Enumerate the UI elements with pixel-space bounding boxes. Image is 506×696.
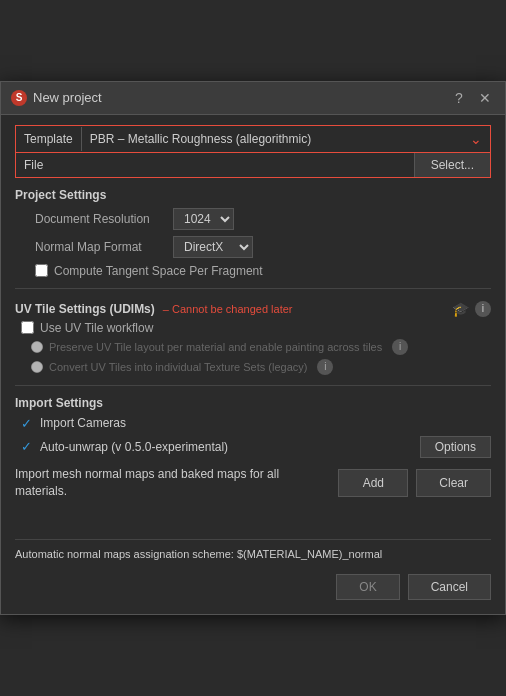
project-settings-title: Project Settings bbox=[15, 188, 491, 202]
normal-map-format-select[interactable]: DirectX OpenGL bbox=[173, 236, 253, 258]
compute-tangent-row: Compute Tangent Space Per Fragment bbox=[35, 264, 491, 278]
template-row: Template PBR – Metallic Roughness (alleg… bbox=[16, 126, 490, 152]
preserve-layout-info-icon[interactable]: i bbox=[392, 339, 408, 355]
template-select[interactable]: PBR – Metallic Roughness (allegorithmic) bbox=[82, 127, 462, 151]
bottom-area: Automatic normal maps assignation scheme… bbox=[15, 539, 491, 604]
clear-button[interactable]: Clear bbox=[416, 469, 491, 497]
cancel-button[interactable]: Cancel bbox=[408, 574, 491, 600]
import-mesh-row: Import mesh normal maps and baked maps f… bbox=[15, 466, 491, 500]
title-bar-left: S New project bbox=[11, 90, 102, 106]
ok-button[interactable]: OK bbox=[336, 574, 399, 600]
compute-tangent-checkbox[interactable] bbox=[35, 264, 48, 277]
compute-tangent-label: Compute Tangent Space Per Fragment bbox=[54, 264, 263, 278]
doc-resolution-label: Document Resolution bbox=[35, 212, 165, 226]
app-icon: S bbox=[11, 90, 27, 106]
doc-resolution-row: Document Resolution 256 512 1024 2048 40… bbox=[35, 208, 491, 230]
template-file-group: Template PBR – Metallic Roughness (alleg… bbox=[15, 125, 491, 178]
doc-resolution-select[interactable]: 256 512 1024 2048 4096 bbox=[173, 208, 234, 230]
auto-unwrap-label: Auto-unwrap (v 0.5.0-experimental) bbox=[40, 440, 414, 454]
uv-icons: 🎓 i bbox=[452, 301, 491, 317]
settings-divider bbox=[15, 288, 491, 289]
close-button[interactable]: ✕ bbox=[475, 88, 495, 108]
import-settings-section: Import Settings ✓ Import Cameras ✓ Auto-… bbox=[15, 396, 491, 500]
normal-scheme-row: Automatic normal maps assignation scheme… bbox=[15, 548, 491, 560]
title-bar: S New project ? ✕ bbox=[1, 82, 505, 115]
uv-title-text: UV Tile Settings (UDIMs) bbox=[15, 302, 155, 316]
convert-tiles-label: Convert UV Tiles into individual Texture… bbox=[49, 361, 307, 373]
uv-divider bbox=[15, 385, 491, 386]
uv-section-title: UV Tile Settings (UDIMs) – Cannot be cha… bbox=[15, 301, 491, 317]
file-label: File bbox=[16, 153, 414, 177]
auto-unwrap-row: ✓ Auto-unwrap (v 0.5.0-experimental) Opt… bbox=[15, 436, 491, 458]
dialog-title: New project bbox=[33, 90, 102, 105]
normal-map-format-label: Normal Map Format bbox=[35, 240, 165, 254]
add-button[interactable]: Add bbox=[338, 469, 408, 497]
use-uv-tile-label: Use UV Tile workflow bbox=[40, 321, 153, 335]
import-cameras-checkmark: ✓ bbox=[21, 416, 32, 431]
preserve-layout-radio[interactable] bbox=[31, 341, 43, 353]
dialog-footer: OK Cancel bbox=[15, 568, 491, 604]
options-button[interactable]: Options bbox=[420, 436, 491, 458]
import-mesh-text: Import mesh normal maps and baked maps f… bbox=[15, 466, 330, 500]
project-settings-group: Document Resolution 256 512 1024 2048 40… bbox=[15, 208, 491, 278]
convert-tiles-radio[interactable] bbox=[31, 361, 43, 373]
use-uv-tile-checkbox[interactable] bbox=[21, 321, 34, 334]
uv-settings-group: Use UV Tile workflow Preserve UV Tile la… bbox=[15, 321, 491, 375]
file-row: File Select... bbox=[16, 152, 490, 177]
normal-scheme-label: Automatic normal maps assignation scheme… bbox=[15, 548, 234, 560]
import-settings-title: Import Settings bbox=[15, 396, 491, 410]
preserve-layout-label: Preserve UV Tile layout per material and… bbox=[49, 341, 382, 353]
uv-cannot-change-text: – Cannot be changed later bbox=[163, 303, 293, 315]
import-cameras-label: Import Cameras bbox=[40, 416, 491, 430]
new-project-dialog: S New project ? ✕ Template PBR – Metalli… bbox=[0, 81, 506, 616]
normal-map-format-row: Normal Map Format DirectX OpenGL bbox=[35, 236, 491, 258]
template-label: Template bbox=[16, 127, 82, 151]
dialog-body: Template PBR – Metallic Roughness (alleg… bbox=[1, 115, 505, 615]
import-cameras-row: ✓ Import Cameras bbox=[15, 416, 491, 431]
auto-unwrap-checkmark: ✓ bbox=[21, 439, 32, 454]
normal-scheme-value: $(MATERIAL_NAME)_normal bbox=[237, 548, 382, 560]
preserve-layout-row: Preserve UV Tile layout per material and… bbox=[21, 339, 491, 355]
select-file-button[interactable]: Select... bbox=[414, 153, 490, 177]
use-uv-tile-row: Use UV Tile workflow bbox=[21, 321, 491, 335]
template-dropdown-arrow: ⌄ bbox=[462, 126, 490, 152]
title-bar-buttons: ? ✕ bbox=[449, 88, 495, 108]
gradient-icon[interactable]: 🎓 bbox=[452, 301, 469, 317]
convert-tiles-info-icon[interactable]: i bbox=[317, 359, 333, 375]
uv-info-icon[interactable]: i bbox=[475, 301, 491, 317]
help-button[interactable]: ? bbox=[449, 88, 469, 108]
convert-tiles-row: Convert UV Tiles into individual Texture… bbox=[21, 359, 491, 375]
